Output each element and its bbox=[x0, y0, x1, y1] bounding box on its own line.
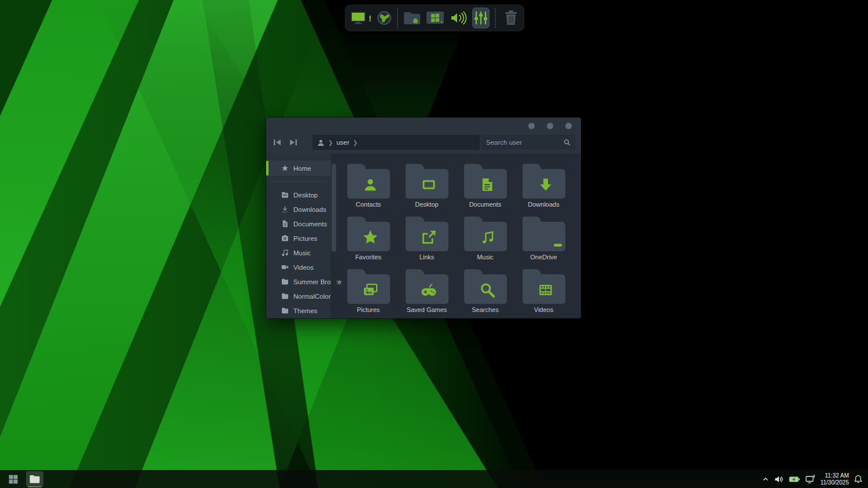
sidebar-item-documents[interactable]: Documents bbox=[266, 217, 331, 231]
dash-icon bbox=[554, 244, 562, 247]
folder-tile-favorites[interactable]: Favorites bbox=[339, 213, 398, 266]
music-note-icon bbox=[480, 230, 495, 245]
sidebar-item-label: Themes bbox=[293, 307, 318, 314]
taskbar: 11:32 AM 11/30/2025 bbox=[0, 470, 868, 488]
desktop: { "colors": { "accent_green": "#7cba30",… bbox=[0, 0, 868, 488]
breadcrumb-segment[interactable]: user bbox=[336, 139, 349, 146]
home-folder-icon[interactable] bbox=[403, 8, 421, 28]
sidebar-item-pictures[interactable]: Pictures bbox=[266, 231, 331, 245]
photos-icon bbox=[362, 282, 378, 298]
tray-volume-icon[interactable] bbox=[774, 475, 784, 483]
chevron-up-icon[interactable] bbox=[762, 476, 769, 483]
folder-label: Favorites bbox=[355, 254, 381, 260]
sidebar-item-themes[interactable]: Themes bbox=[266, 303, 331, 318]
titlebar[interactable] bbox=[266, 118, 581, 134]
windows-drive-icon[interactable] bbox=[426, 8, 444, 28]
sidebar-item-normalcolor[interactable]: NormalColor bbox=[266, 289, 331, 303]
folder-label: Links bbox=[420, 254, 435, 260]
mixer-icon[interactable] bbox=[472, 8, 490, 28]
minimize-button[interactable] bbox=[528, 123, 535, 129]
back-icon[interactable] bbox=[272, 137, 282, 148]
sidebar-item-label: Pictures bbox=[293, 235, 318, 242]
network-icon[interactable] bbox=[806, 475, 815, 483]
trash-icon[interactable] bbox=[503, 8, 518, 28]
folder-tile-onedrive[interactable]: OneDrive bbox=[514, 213, 573, 266]
toolbar-separator bbox=[495, 8, 496, 28]
sidebar-item-label: Downloads bbox=[293, 206, 326, 213]
folder-tile-contacts[interactable]: Contacts bbox=[339, 160, 398, 213]
document-icon bbox=[281, 220, 289, 228]
folder-label: Pictures bbox=[357, 306, 380, 313]
folder-tile-documents[interactable]: Documents bbox=[456, 160, 514, 213]
taskbar-clock[interactable]: 11:32 AM 11/30/2025 bbox=[821, 472, 849, 486]
sidebar-item-videos[interactable]: Videos bbox=[266, 260, 331, 274]
search-box[interactable] bbox=[481, 135, 575, 150]
sidebar-item-summer-bronze[interactable]: Summer Bronze bbox=[266, 274, 331, 289]
arrow-down-icon bbox=[538, 177, 553, 192]
folder-tile-music[interactable]: Music bbox=[456, 213, 514, 266]
maximize-button[interactable] bbox=[547, 123, 553, 129]
sidebar-item-label: Desktop bbox=[293, 192, 318, 199]
document-icon bbox=[480, 177, 495, 192]
sidebar-item-label: Music bbox=[293, 249, 311, 256]
folder-label: Videos bbox=[534, 306, 553, 313]
sidebar-item-desktop[interactable]: Desktop bbox=[266, 188, 331, 202]
address-bar[interactable]: ❯ user ❯ bbox=[312, 135, 480, 150]
start-button[interactable] bbox=[5, 471, 22, 487]
folder-label: Music bbox=[477, 254, 494, 260]
display-alert-icon[interactable]: ! bbox=[351, 8, 372, 28]
folder-tile-searches[interactable]: Searches bbox=[456, 266, 514, 318]
notification-bell-icon[interactable] bbox=[854, 475, 862, 483]
sidebar: Home Desktop Downloads Documents bbox=[266, 153, 331, 318]
folder-tile-desktop[interactable]: Desktop bbox=[398, 160, 456, 213]
folder-tile-pictures[interactable]: Pictures bbox=[339, 266, 398, 318]
volume-icon[interactable] bbox=[450, 8, 467, 28]
sidebar-divider bbox=[271, 181, 326, 182]
camera-icon bbox=[281, 234, 289, 242]
folder-tile-saved-games[interactable]: Saved Games bbox=[398, 266, 456, 318]
battery-icon[interactable] bbox=[789, 475, 800, 483]
breadcrumb-chevron: ❯ bbox=[328, 140, 333, 146]
folder-tile-links[interactable]: Links bbox=[398, 213, 456, 266]
floating-toolbar: ! bbox=[345, 5, 524, 31]
sidebar-scrollbar[interactable] bbox=[331, 153, 337, 318]
home-star-icon bbox=[281, 164, 289, 172]
globe-icon[interactable] bbox=[377, 8, 392, 28]
forward-icon[interactable] bbox=[288, 137, 298, 148]
sidebar-item-downloads[interactable]: Downloads bbox=[266, 202, 331, 217]
person-icon bbox=[363, 177, 378, 193]
folder-grid: Contacts Desktop Documents bbox=[337, 153, 581, 318]
sidebar-item-music[interactable]: Music bbox=[266, 245, 331, 260]
folder-tile-downloads[interactable]: Downloads bbox=[514, 160, 573, 213]
file-explorer-taskbar-button[interactable] bbox=[26, 471, 43, 487]
folder-icon bbox=[281, 278, 289, 285]
folder-label: Contacts bbox=[356, 201, 381, 208]
file-explorer-window: ❯ user ❯ Home Desktop bbox=[266, 118, 581, 318]
folder-icon bbox=[281, 292, 289, 300]
clock-time: 11:32 AM bbox=[821, 472, 849, 479]
star-icon bbox=[362, 229, 378, 245]
user-profile-icon bbox=[317, 139, 325, 146]
monitor-icon bbox=[421, 177, 437, 193]
sidebar-item-label: NormalColor bbox=[293, 293, 331, 300]
magnifier-icon bbox=[479, 282, 495, 298]
window-body: Home Desktop Downloads Documents bbox=[266, 153, 581, 318]
gamepad-icon bbox=[420, 281, 437, 299]
sidebar-item-label: Documents bbox=[293, 221, 327, 228]
sidebar-item-home[interactable]: Home bbox=[266, 160, 331, 176]
folder-label: OneDrive bbox=[530, 254, 557, 260]
scrollbar-thumb[interactable] bbox=[332, 164, 336, 252]
folder-label: Searches bbox=[472, 306, 498, 313]
close-button[interactable] bbox=[565, 123, 572, 129]
navigation-bar: ❯ user ❯ bbox=[266, 134, 581, 153]
folder-label: Documents bbox=[469, 201, 502, 208]
video-camera-icon bbox=[281, 263, 289, 271]
search-input[interactable] bbox=[486, 139, 564, 146]
folder-tile-videos[interactable]: Videos bbox=[514, 266, 573, 318]
toolbar-separator bbox=[397, 8, 398, 28]
clock-date: 11/30/2025 bbox=[821, 479, 849, 486]
sidebar-item-label: Home bbox=[293, 165, 311, 172]
folder-label: Downloads bbox=[528, 201, 559, 208]
download-arrow-icon bbox=[281, 206, 289, 213]
sidebar-item-label: Videos bbox=[293, 264, 314, 271]
